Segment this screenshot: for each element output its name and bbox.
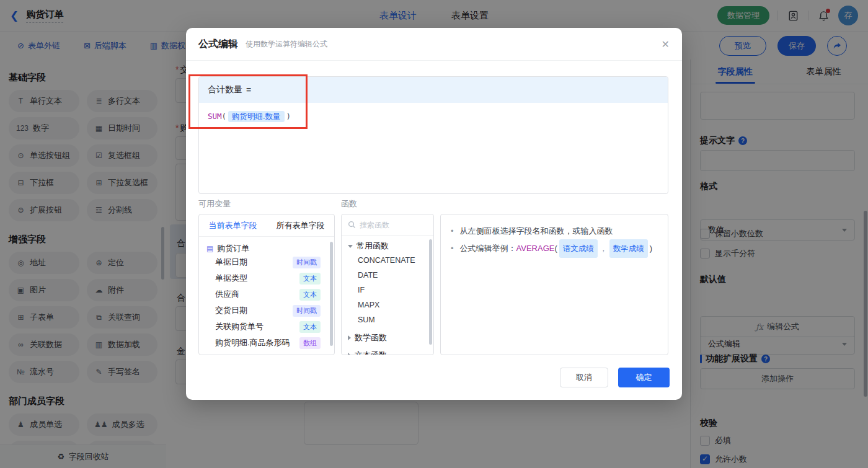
- example-field-chip: 语文成绩: [559, 239, 598, 258]
- function-group-label: 数学函数: [355, 332, 387, 343]
- variable-type-badge: 时间戳: [293, 257, 321, 268]
- variable-field-name: 关联购货单号: [215, 321, 264, 332]
- variables-root-label: 购货订单: [217, 243, 249, 254]
- function-group-math[interactable]: 数学函数: [342, 327, 433, 345]
- function-item[interactable]: IF: [342, 283, 433, 298]
- variable-type-badge: 文本: [299, 321, 321, 333]
- functions-scrollbar[interactable]: [429, 239, 432, 345]
- formula-editor-area[interactable]: 合计数量 = SUM(购货明细.数量): [198, 76, 668, 194]
- function-group-label: 常用函数: [356, 241, 389, 252]
- variable-field-row[interactable]: 关联购货单号 文本: [199, 319, 334, 335]
- paren-open: (: [222, 112, 227, 121]
- formula-editor-modal: 公式编辑 使用数学运算符编辑公式 ✕ 合计数量 = SUM(购货明细.数量) 可…: [186, 28, 682, 400]
- variable-field-row[interactable]: 购货明细.商品条形码 数组: [199, 335, 334, 351]
- function-item-label: MAPX: [358, 301, 379, 309]
- hint-line-1: 从左侧面板选择字段名和函数，或输入函数: [451, 223, 658, 239]
- functions-label: 函数: [341, 198, 357, 210]
- modal-subtitle: 使用数学运算符编辑公式: [246, 39, 327, 50]
- variable-type-badge: 文本: [299, 273, 321, 285]
- equals-sign: =: [246, 85, 251, 95]
- variables-panel: 当前表单字段 所有表单字段 ▤ 购货订单 单据日期 时间戳 单据类型 文本 供应…: [198, 214, 335, 355]
- example-function-name: AVERAGE: [516, 241, 555, 257]
- function-item[interactable]: CONCATENATE: [342, 253, 433, 268]
- formula-field-chip[interactable]: 购货明细.数量: [228, 111, 284, 122]
- tab-current-form-fields[interactable]: 当前表单字段: [199, 214, 267, 236]
- formula-target-row: 合计数量 =: [199, 77, 668, 103]
- example-field-chip: 数学成绩: [609, 239, 648, 258]
- hint-line-2: 公式编辑举例：AVERAGE(语文成绩，数学成绩): [451, 239, 658, 258]
- variable-field-row[interactable]: 单据日期 时间戳: [199, 254, 334, 270]
- paren-close: ): [286, 112, 291, 121]
- variable-type-badge: 文本: [299, 289, 321, 301]
- modal-title: 公式编辑: [198, 38, 238, 51]
- variable-field-name: 交货日期: [215, 305, 247, 316]
- functions-panel: 常用函数 CONCATENATEDATEIFMAPXSUM 数学函数 文本函数: [341, 214, 434, 355]
- caret-right-icon: [348, 353, 351, 355]
- function-item-label: SUM: [358, 316, 375, 324]
- variable-field-name: 购货明细.商品条形码: [215, 337, 290, 348]
- app-root: ❮ 购货订单 表单设计 表单设置 数据管理 存 ⊘ 表单外链: [0, 0, 868, 468]
- confirm-button[interactable]: 确定: [618, 368, 670, 387]
- variables-tabs: 当前表单字段 所有表单字段: [199, 214, 334, 237]
- function-item-label: CONCATENATE: [358, 256, 415, 265]
- search-icon: [348, 221, 356, 229]
- variable-field-name: 单据类型: [215, 273, 247, 284]
- function-search-input[interactable]: [360, 221, 422, 229]
- function-search-row: [342, 214, 433, 236]
- function-item-label: DATE: [358, 271, 378, 280]
- function-group-label: 文本函数: [355, 350, 387, 355]
- variable-field-row[interactable]: 交货日期 时间戳: [199, 302, 334, 319]
- caret-right-icon: [348, 335, 351, 340]
- formula-expression[interactable]: SUM(购货明细.数量): [199, 103, 668, 131]
- function-item[interactable]: DATE: [342, 268, 433, 283]
- modal-footer: 取消 确定: [186, 368, 682, 387]
- variable-field-name: 供应商: [215, 289, 239, 300]
- function-item[interactable]: MAPX: [342, 298, 433, 312]
- function-group-text[interactable]: 文本函数: [342, 345, 433, 355]
- variable-type-badge: 时间戳: [293, 305, 321, 317]
- variables-label: 可用变量: [198, 198, 231, 210]
- formula-function-name: SUM: [208, 112, 222, 121]
- cancel-button[interactable]: 取消: [560, 368, 608, 387]
- variable-field-row[interactable]: 单据类型 文本: [199, 270, 334, 286]
- function-item-label: IF: [358, 286, 365, 294]
- tab-all-form-fields[interactable]: 所有表单字段: [267, 214, 334, 236]
- form-doc-icon: ▤: [206, 244, 213, 253]
- modal-header: 公式编辑 使用数学运算符编辑公式 ✕: [186, 28, 682, 61]
- variable-field-row[interactable]: 供应商 文本: [199, 286, 334, 302]
- variables-tree-root[interactable]: ▤ 购货订单: [199, 237, 334, 254]
- variables-scrollbar[interactable]: [330, 242, 333, 346]
- variable-type-badge: 数组: [299, 337, 321, 349]
- variable-field-name: 单据日期: [215, 257, 247, 268]
- hint-panel: 从左侧面板选择字段名和函数，或输入函数 公式编辑举例：AVERAGE(语文成绩，…: [440, 214, 668, 355]
- function-group-common[interactable]: 常用函数: [342, 236, 433, 253]
- function-item[interactable]: SUM: [342, 312, 433, 327]
- close-icon[interactable]: ✕: [662, 38, 670, 50]
- caret-down-icon: [348, 245, 353, 248]
- formula-target-field: 合计数量: [208, 84, 242, 95]
